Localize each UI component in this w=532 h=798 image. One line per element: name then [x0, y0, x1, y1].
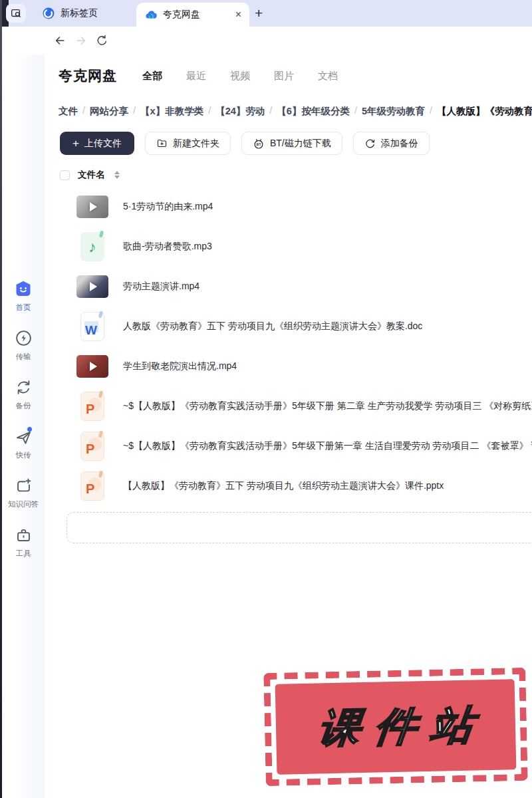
breadcrumb-separator: / [82, 105, 85, 118]
audio-file-icon: ♪ [80, 232, 104, 261]
page-title: 夸克网盘 [59, 66, 117, 85]
bt-icon: BT [253, 138, 265, 150]
file-row[interactable]: W 人教版《劳动教育》五下 劳动项目九《组织劳动主题演讲大会》教案.doc [45, 307, 532, 346]
page-fold [98, 431, 104, 438]
file-name: 学生到敬老院演出情况.mp4 [123, 360, 237, 372]
toolbox-icon [14, 525, 33, 544]
new-folder-label: 新建文件夹 [173, 138, 219, 150]
tab-videos[interactable]: 视频 [230, 70, 250, 82]
doc-file-icon: W [80, 312, 104, 341]
file-type-glyph: W [85, 323, 97, 338]
sidebar-item-home[interactable]: 首页 [2, 279, 45, 313]
ppt-file-icon: P [80, 392, 104, 421]
file-name: ~$【人教版】《劳动教育实践活动手册》5年级下册 第二章 生产劳动我爱学 劳动项… [123, 400, 532, 412]
file-list: 5·1劳动节的由来.mp4 ♪ 歌曲-劳动者赞歌.mp3 劳动主题演讲.mp4 … [45, 187, 532, 506]
file-row[interactable]: P ~$【人教版】《劳动教育实践活动手册》5年级下册 第二章 生产劳动我爱学 劳… [45, 386, 532, 426]
breadcrumb-item[interactable]: 【24】劳动 [215, 105, 265, 118]
breadcrumb: 文件/网站分享/【x】非教学类/【24】劳动/【6】按年级分类/5年级劳动教育/… [59, 105, 532, 118]
upload-dropzone[interactable] [66, 512, 532, 543]
plus-icon: + [72, 138, 79, 149]
tab-recent[interactable]: 最近 [186, 70, 206, 82]
tab-quark-drive[interactable]: 夸克网盘 × [136, 3, 249, 27]
bt-download-label: BT/磁力链下载 [270, 138, 331, 150]
action-buttons: + 上传文件 新建文件夹 BT BT/磁力链下载 添加备份 [60, 132, 430, 155]
sidebar-item-label: 备份 [16, 401, 31, 411]
file-row[interactable]: 劳动主题演讲.mp4 [45, 267, 532, 307]
upload-file-button[interactable]: + 上传文件 [60, 132, 134, 155]
filename-column-header[interactable]: 文件名 [78, 169, 105, 181]
breadcrumb-item[interactable]: 【x】非教学类 [140, 105, 203, 118]
file-row[interactable]: P ~$【人教版】《劳动教育实践活动手册》5年级下册第一章 生活自理爱劳动 劳动… [45, 426, 532, 466]
sidebar-item-label: 首页 [16, 303, 31, 313]
select-all-checkbox[interactable] [60, 170, 70, 180]
breadcrumb-item[interactable]: 文件 [59, 105, 78, 118]
play-icon [90, 202, 97, 211]
video-thumbnail-icon [76, 275, 108, 298]
window-search-icon [10, 7, 22, 19]
file-name: ~$【人教版】《劳动教育实践活动手册》5年级下册第一章 生活自理爱劳动 劳动项目… [123, 440, 532, 452]
breadcrumb-item[interactable]: 【人教版】《劳动教育》五 [437, 105, 532, 118]
new-folder-button[interactable]: 新建文件夹 [145, 132, 231, 155]
file-type-glyph: P [86, 402, 94, 417]
refresh-icon[interactable] [96, 35, 108, 47]
browser-toolbar [0, 27, 532, 55]
sidebar-item-transfer[interactable]: 传输 [2, 329, 45, 362]
video-thumbnail-icon [76, 196, 108, 218]
tab-close-icon[interactable]: × [235, 9, 241, 20]
ppt-file-icon: P [80, 432, 104, 461]
sidebar-item-label: 工具 [16, 549, 31, 559]
bt-magnet-download-button[interactable]: BT BT/磁力链下载 [241, 132, 342, 155]
file-row[interactable]: ♪ 歌曲-劳动者赞歌.mp3 [45, 227, 532, 267]
file-name: 人教版《劳动教育》五下 劳动项目九《组织劳动主题演讲大会》教案.doc [123, 321, 422, 332]
notification-dot [27, 427, 32, 432]
tab-images[interactable]: 图片 [274, 70, 294, 82]
breadcrumb-item[interactable]: 【6】按年级分类 [277, 105, 350, 118]
filter-tabs: 全部 最近 视频 图片 文档 [142, 70, 338, 82]
breadcrumb-separator: / [269, 105, 272, 118]
tab-label: 新标签页 [61, 7, 98, 19]
forward-icon[interactable] [74, 34, 88, 47]
breadcrumb-item[interactable]: 网站分享 [90, 105, 128, 118]
window-edge [0, 0, 2, 798]
sort-icon[interactable] [114, 171, 120, 179]
sidebar-item-label: 传输 [16, 352, 31, 362]
window-search-button[interactable] [6, 4, 26, 23]
back-icon[interactable] [53, 34, 66, 47]
tab-new-page[interactable]: 新标签页 [33, 0, 107, 27]
kejian-zhan-stamp: 课件站 [263, 668, 527, 786]
breadcrumb-separator: / [354, 105, 357, 118]
svg-text:BT: BT [256, 142, 261, 146]
page-fold [98, 391, 104, 398]
page-fold [98, 471, 104, 478]
tab-all[interactable]: 全部 [142, 70, 162, 82]
tab-label: 夸克网盘 [163, 9, 229, 21]
sidebar-item-quick-send[interactable]: 快传 [2, 427, 45, 460]
breadcrumb-separator: / [133, 105, 136, 118]
home-icon [14, 279, 33, 298]
sidebar-item-knowledge-qa[interactable]: 知识问答 [2, 476, 45, 509]
breadcrumb-item[interactable]: 5年级劳动教育 [362, 105, 425, 118]
video-thumbnail-icon [76, 355, 108, 378]
add-backup-label: 添加备份 [381, 138, 418, 150]
page-fold [98, 311, 104, 319]
sidebar-item-tools[interactable]: 工具 [2, 525, 45, 559]
stamp-text: 课件站 [301, 698, 490, 756]
paper-plane-icon [14, 427, 33, 446]
breadcrumb-separator: / [430, 105, 432, 118]
file-row[interactable]: P 【人教版】《劳动教育》五下 劳动项目九《组织劳动主题演讲大会》课件.pptx [45, 466, 532, 506]
sidebar-item-backup[interactable]: 备份 [2, 378, 45, 411]
browser-tabbar: 新标签页 夸克网盘 × + [0, 0, 532, 27]
file-row[interactable]: 学生到敬老院演出情况.mp4 [45, 346, 532, 386]
transfer-icon [14, 329, 33, 347]
file-row[interactable]: 5·1劳动节的由来.mp4 [45, 187, 532, 227]
backup-sync-icon [14, 378, 33, 396]
folder-plus-icon [156, 138, 168, 149]
new-tab-button[interactable]: + [255, 5, 263, 21]
file-type-glyph: P [86, 481, 94, 497]
add-backup-button[interactable]: 添加备份 [353, 132, 430, 155]
file-list-header: 文件名 [60, 169, 120, 181]
tab-documents[interactable]: 文档 [318, 70, 338, 82]
sidebar-item-label: 快传 [16, 450, 31, 460]
file-type-glyph: ♪ [88, 238, 96, 256]
knowledge-box-icon [14, 476, 33, 495]
